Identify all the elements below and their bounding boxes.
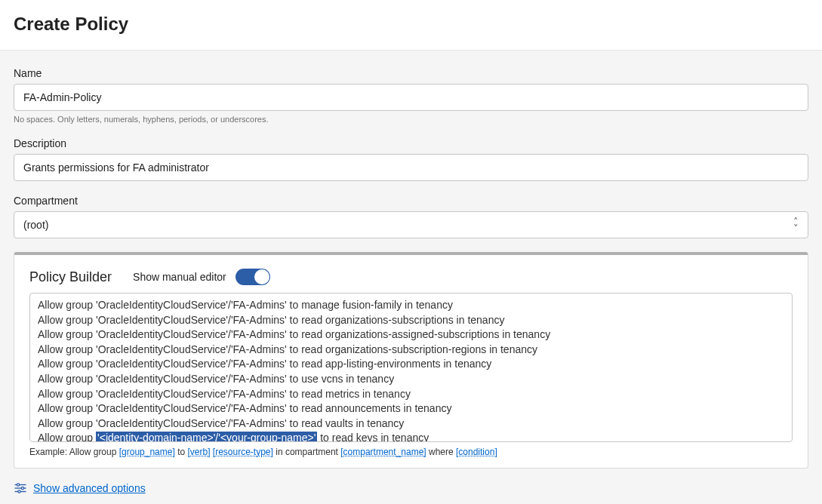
show-advanced-options-link[interactable]: Show advanced options [33, 482, 146, 494]
svg-point-3 [21, 487, 23, 489]
policy-builder-panel: Policy Builder Show manual editor Allow … [14, 252, 808, 469]
description-label: Description [14, 137, 808, 149]
placeholder-highlight[interactable]: '<identity-domain-name>'/'<your-group-na… [96, 432, 317, 441]
toggle-knob [254, 269, 269, 284]
policy-statement[interactable]: Allow group 'OracleIdentityCloudService'… [38, 313, 784, 328]
policy-statement[interactable]: Allow group 'OracleIdentityCloudService'… [38, 327, 784, 343]
svg-point-1 [17, 484, 19, 486]
policy-builder-title: Policy Builder [29, 269, 112, 285]
policy-statement[interactable]: Allow group '<identity-domain-name>'/'<y… [38, 431, 784, 441]
advanced-options-row: Show advanced options [0, 469, 822, 504]
compartment-select[interactable]: (root) [14, 211, 808, 238]
page-header: Create Policy [0, 0, 822, 51]
sliders-icon [14, 482, 27, 494]
policy-statement[interactable]: Allow group 'OracleIdentityCloudService'… [38, 387, 784, 402]
policy-statement[interactable]: Allow group 'OracleIdentityCloudService'… [38, 343, 784, 358]
name-label: Name [14, 67, 808, 79]
policy-editor-content[interactable]: Allow group 'OracleIdentityCloudService'… [30, 293, 792, 441]
policy-header: Policy Builder Show manual editor [29, 269, 793, 285]
policy-example: Example: Allow group [group_name] to [ve… [29, 447, 793, 457]
policy-statement[interactable]: Allow group 'OracleIdentityCloudService'… [38, 401, 784, 416]
toggle-section: Show manual editor [133, 269, 270, 285]
compartment-field-group: Compartment (root) [14, 195, 808, 238]
compartment-value: (root) [14, 212, 808, 238]
page-title: Create Policy [14, 14, 808, 35]
example-compartment-name-link[interactable]: [compartment_name] [340, 447, 426, 457]
form-area: Name No spaces. Only letters, numerals, … [0, 51, 822, 238]
toggle-label: Show manual editor [133, 271, 226, 283]
policy-statement[interactable]: Allow group 'OracleIdentityCloudService'… [38, 416, 784, 432]
example-resource-type-link[interactable]: [resource-type] [213, 447, 273, 457]
policy-statement[interactable]: Allow group 'OracleIdentityCloudService'… [38, 298, 784, 313]
svg-point-5 [18, 490, 20, 493]
example-condition-link[interactable]: [condition] [456, 447, 497, 457]
chevron-updown-icon [793, 218, 799, 232]
name-input[interactable] [14, 84, 808, 111]
description-field-group: Description [14, 137, 808, 181]
manual-editor-toggle[interactable] [236, 269, 270, 285]
compartment-label: Compartment [14, 195, 808, 207]
policy-editor[interactable]: Allow group 'OracleIdentityCloudService'… [29, 293, 793, 442]
example-group-name-link[interactable]: [group_name] [119, 447, 175, 457]
name-field-group: Name No spaces. Only letters, numerals, … [14, 67, 808, 124]
description-input[interactable] [14, 154, 808, 181]
policy-statement[interactable]: Allow group 'OracleIdentityCloudService'… [38, 357, 784, 372]
policy-statement[interactable]: Allow group 'OracleIdentityCloudService'… [38, 372, 784, 387]
name-hint: No spaces. Only letters, numerals, hyphe… [14, 115, 808, 124]
example-verb-link[interactable]: [verb] [187, 447, 210, 457]
